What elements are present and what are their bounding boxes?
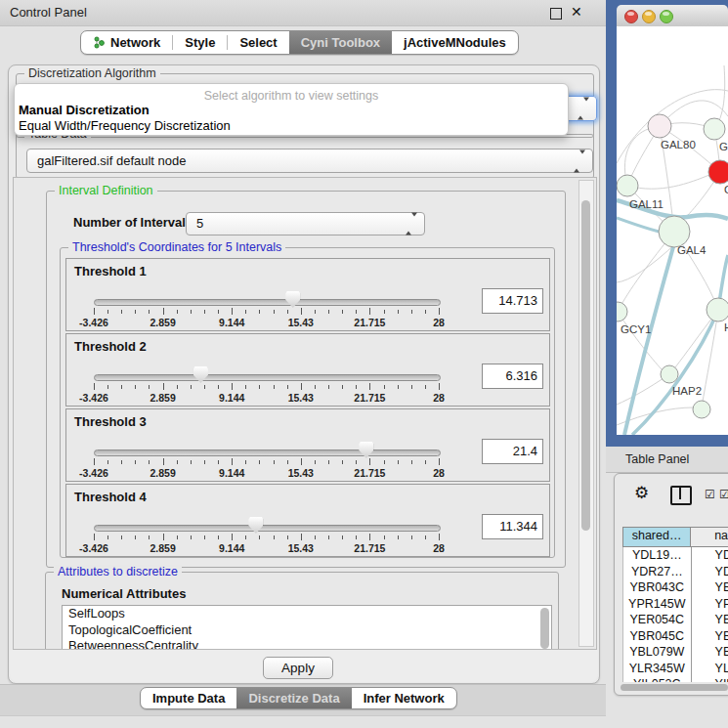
slider-tick [177,385,178,389]
slider-tick [439,458,440,465]
network-node-gcy1[interactable] [617,302,627,321]
apply-button[interactable]: Apply [263,657,333,679]
threshold-value-field[interactable]: 14.713 [482,288,543,314]
slider-scale-label: 21.715 [354,392,385,404]
attribute-list-item[interactable]: TopologicalCoefficient [63,622,551,639]
slider-track[interactable] [94,525,441,532]
slider-tick [245,310,246,314]
network-canvas[interactable]: GAL80GCGAL11GAL4GCY1HHAP2 [617,26,728,435]
network-window: GAL80GCGAL11GAL4GCY1HHAP2 [617,5,728,435]
table-row[interactable]: YBL079WYBL0 [623,644,728,661]
column-header-shared-name[interactable]: shared… [623,528,691,546]
slider-tick [245,460,246,464]
checkbox-icon[interactable]: ☑ [705,488,715,501]
slider-tick [384,385,385,389]
cell-shared-name: YPR145W [623,596,692,613]
cell-shared-name: YBR043C [623,579,692,596]
tab-impute-data[interactable]: Impute Data [141,688,236,708]
checkbox-icon[interactable]: ☑ [719,488,728,501]
cell-name: YBR0 [692,628,728,645]
threshold-slider[interactable]: -3.4262.8599.14415.4321.71528 [94,514,439,553]
vertical-scrollbar[interactable] [578,180,594,647]
slider-scale-label: 9.144 [219,317,244,328]
threshold-slider[interactable]: -3.4262.8599.14415.4321.71528 [94,439,439,478]
slider-tick [94,308,95,315]
mac-zoom-icon[interactable] [660,10,673,23]
horizontal-scrollbar[interactable] [621,683,728,692]
slider-tick [384,460,385,464]
screen: Control Panel ✕ NetworkStyleSelectCyni T… [0,0,728,728]
slider-tick [191,385,192,389]
numerical-attributes-list[interactable]: SelfLoopsTopologicalCoefficientBetweenne… [62,605,552,650]
float-window-icon[interactable] [550,8,562,20]
panel-title: Control Panel [10,5,87,20]
cell-name: YLR3 [692,661,728,677]
slider-tick [411,385,412,389]
gear-icon[interactable]: ⚙ [634,483,649,502]
scrollbar-thumb[interactable] [581,200,590,531]
tab-label: Infer Network [364,691,445,706]
tab-select[interactable]: Select [228,31,288,54]
slider-tick [439,383,440,390]
slider-track[interactable] [94,374,441,381]
attribute-list-item[interactable]: SelfLoops [63,606,551,622]
algorithm-dropdown-popup: Select algorithm to view settings Manual… [14,83,569,136]
network-node-h[interactable] [707,298,728,321]
close-icon[interactable]: ✕ [571,4,582,20]
table-row[interactable]: YER054CYER0 [623,612,728,628]
slider-tick [232,308,233,315]
network-node-c[interactable] [708,160,728,184]
table-row[interactable]: YLR345WYLR3 [623,661,728,677]
slider-tick [107,535,108,539]
number-of-intervals-combobox[interactable]: 5 [186,212,425,236]
tab-infer-network[interactable]: Infer Network [352,688,456,708]
network-node-gal11[interactable] [617,175,638,196]
thresholds-group: Threshold's Coordinates for 5 Intervals … [60,247,555,558]
network-node-g[interactable] [704,118,725,140]
slider-tick [328,535,329,539]
table-data-combobox[interactable]: galFiltered.sif default node [26,149,593,173]
slider-tick [301,534,302,540]
table-row[interactable]: YDR27…YDR2 [623,564,728,580]
slider-tick [259,385,260,389]
network-node-label: C [724,184,728,195]
slider-tick [356,535,357,539]
threshold-value-field[interactable]: 6.316 [482,364,543,389]
tab-jactivemnodules[interactable]: jActiveMNodules [392,31,518,54]
network-node-hap2[interactable] [661,365,678,383]
slider-track[interactable] [94,450,441,456]
tab-cyni-toolbox[interactable]: Cyni Toolbox [289,31,392,54]
threshold-value-field[interactable]: 11.344 [482,514,543,539]
network-node[interactable] [693,401,710,418]
cell-name: YBR0 [692,579,728,596]
threshold-value-field[interactable]: 21.4 [482,439,543,464]
scrollbar-thumb[interactable] [621,684,728,691]
network-node-gal4[interactable] [659,216,690,247]
table-row[interactable]: YBR045CYBR0 [623,628,728,645]
list-scrollbar-thumb[interactable] [540,608,549,649]
dropdown-option-equal-width[interactable]: Equal Width/Frequency Discretization [19,118,231,133]
table-row[interactable]: YBR043CYBR0 [623,579,728,596]
network-node-gal80[interactable] [648,114,671,138]
dropdown-option-manual[interactable]: Manual Discretization [19,103,150,117]
attribute-list-item[interactable]: BetweennessCentrality [63,638,551,650]
table-row[interactable]: YIL052CYIL0 [623,676,728,682]
table-row[interactable]: YDL19…YDL1 [623,547,728,564]
table-row[interactable]: YPR145WYPR1 [623,596,728,613]
mac-minimize-icon[interactable] [642,10,656,23]
slider-scale-label: 21.715 [354,542,385,554]
slider-tick [342,535,343,539]
split-view-icon[interactable] [670,486,692,505]
tab-style[interactable]: Style [173,31,227,54]
tab-network[interactable]: Network [81,31,172,54]
column-header-name[interactable]: na [691,528,728,546]
threshold-panel: Threshold 3-3.4262.8599.14415.4321.71528… [65,408,550,482]
mac-close-icon[interactable] [624,10,638,23]
slider-track[interactable] [94,299,441,306]
cell-shared-name: YLR345W [623,661,692,677]
table-header-row: shared… na [622,527,728,547]
tab-discretize-data[interactable]: Discretize Data [236,688,351,708]
threshold-slider[interactable]: -3.4262.8599.14415.4321.71528 [94,364,439,403]
cell-shared-name: YBR045C [623,628,692,645]
threshold-slider[interactable]: -3.4262.8599.14415.4321.71528 [94,288,439,327]
